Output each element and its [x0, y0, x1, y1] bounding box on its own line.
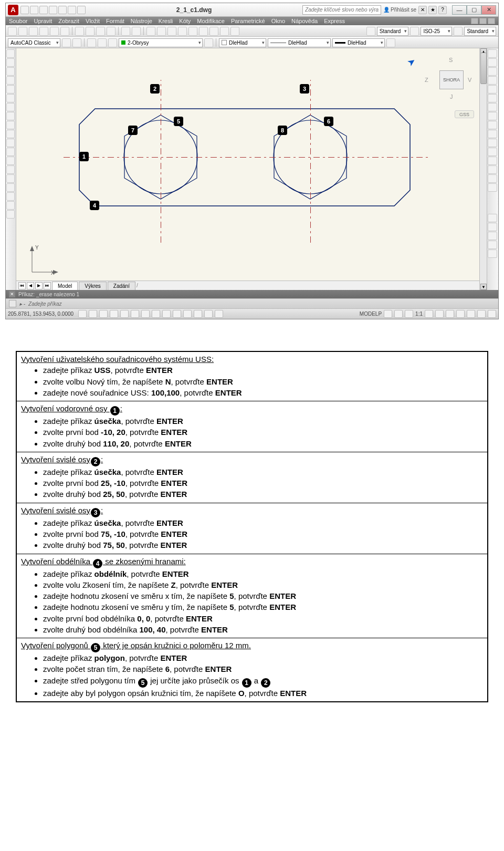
st-qvl-icon[interactable] [405, 310, 413, 318]
tb-tool-icon[interactable] [199, 27, 208, 36]
st-ws-icon[interactable] [446, 310, 454, 318]
exchange-icon[interactable]: ✕ [418, 6, 427, 14]
tb-dc-icon[interactable] [188, 27, 197, 36]
scroll-thumb[interactable] [480, 53, 487, 84]
qat-new-icon[interactable] [20, 6, 29, 14]
tb-print-icon[interactable] [39, 27, 48, 36]
status-model[interactable]: MODELP [360, 311, 382, 317]
block-icon[interactable] [6, 148, 15, 156]
st-osnap-icon[interactable] [131, 310, 139, 318]
extend-icon[interactable] [488, 139, 497, 147]
st-ducs-icon[interactable] [162, 310, 171, 318]
tp-draw-icon[interactable] [488, 223, 497, 231]
tb-dyn-icon[interactable] [386, 38, 395, 47]
mirror-icon[interactable] [488, 67, 497, 76]
st-infer-icon[interactable] [78, 310, 87, 318]
search-input[interactable] [302, 5, 381, 15]
menu-upravit[interactable]: Upravit [34, 18, 52, 24]
tab-next-icon[interactable]: ▶ [35, 282, 43, 289]
mdi-close-icon[interactable] [488, 18, 495, 24]
polyline-icon[interactable] [6, 67, 15, 76]
tb-pan-icon[interactable] [146, 27, 155, 36]
viewcube-face[interactable]: SHORA [439, 70, 464, 89]
line-icon[interactable] [6, 49, 15, 58]
tab-model[interactable]: Model [52, 282, 78, 290]
color-combo[interactable]: DleHlad [219, 38, 266, 47]
gradient-icon[interactable] [6, 174, 15, 183]
qat-save-icon[interactable] [39, 6, 48, 14]
help-icon[interactable]: ? [438, 6, 447, 14]
tb-paste-icon[interactable] [96, 27, 105, 36]
tb-orbit-icon[interactable] [167, 27, 176, 36]
scale-icon[interactable] [488, 112, 497, 120]
tb-markup-icon[interactable] [220, 27, 229, 36]
viewcube-s[interactable]: S [449, 57, 453, 63]
tb-qcalc-icon[interactable] [230, 27, 239, 36]
command-line[interactable]: ▸ - Zadejte příkaz [6, 298, 498, 308]
chamfer-icon[interactable] [488, 165, 497, 174]
tp-inq-icon[interactable] [488, 241, 497, 249]
tb-save-icon[interactable] [29, 27, 38, 36]
table-icon[interactable] [6, 192, 15, 201]
tb-match-icon[interactable] [107, 27, 116, 36]
viewcube-z[interactable]: Z [425, 77, 428, 83]
st-annovis-icon[interactable] [435, 310, 444, 318]
tb-tablestyle-icon[interactable] [454, 27, 463, 36]
menu-kresli[interactable]: Kresli [159, 18, 173, 24]
menu-format[interactable]: Formát [106, 18, 124, 24]
st-qv-icon[interactable] [394, 310, 403, 318]
st-ortho-icon[interactable] [110, 310, 118, 318]
move-icon[interactable] [488, 94, 497, 102]
xline-icon[interactable] [6, 58, 15, 67]
autocad-logo[interactable]: A [8, 5, 18, 15]
signin-button[interactable]: 👤 Přihlásit se [383, 7, 416, 13]
st-grid2-icon[interactable] [384, 310, 392, 318]
st-iso-icon[interactable] [477, 310, 486, 318]
erase-icon[interactable] [488, 49, 497, 58]
scroll-down-icon[interactable]: ▼ [480, 284, 487, 290]
viewcube-j[interactable]: J [450, 94, 453, 100]
st-hw-icon[interactable] [467, 310, 475, 318]
tb-dimstyle-icon[interactable] [410, 27, 419, 36]
menu-napoveda[interactable]: Nápověda [291, 18, 318, 24]
menu-okno[interactable]: Okno [271, 18, 285, 24]
tb-zoom-icon[interactable] [157, 27, 166, 36]
spline-icon[interactable] [6, 121, 15, 129]
gss-label[interactable]: GSS [455, 110, 474, 118]
tab-prev-icon[interactable]: ◀ [27, 282, 34, 289]
explode-icon[interactable] [488, 183, 497, 192]
layer-more-icon[interactable] [204, 38, 213, 47]
tb-redo-icon[interactable] [132, 27, 141, 36]
layer-combo[interactable]: 2-Obrysy [119, 38, 203, 47]
hatch-icon[interactable] [6, 165, 15, 174]
cmd-tool-icon[interactable] [9, 300, 16, 307]
workspace-combo[interactable]: AutoCAD Classic [8, 38, 60, 47]
tab-zadani[interactable]: Zadání [108, 282, 135, 290]
drawing-canvas[interactable]: 1 2 3 4 5 6 7 8 Y X ➤ S [16, 48, 479, 290]
tb-textstyle-icon[interactable] [366, 27, 375, 36]
lineweight-combo[interactable]: DleHlad [332, 38, 385, 47]
ws-settings-icon[interactable] [62, 38, 71, 47]
st-qp-icon[interactable] [204, 310, 213, 318]
st-snap-icon[interactable] [89, 310, 97, 318]
ellipsearc-icon[interactable] [6, 139, 15, 147]
qat-more-icon[interactable] [77, 6, 86, 14]
tab-last-icon[interactable]: ⏭ [44, 282, 51, 289]
tp-mod-icon[interactable] [488, 232, 497, 240]
circle-icon[interactable] [6, 103, 15, 111]
copy-icon[interactable] [488, 58, 497, 67]
st-sc-icon[interactable] [215, 310, 223, 318]
st-clean-icon[interactable] [488, 310, 496, 318]
polygon-icon[interactable] [6, 76, 15, 85]
menu-modifikace[interactable]: Modifikace [197, 18, 225, 24]
tb-preview-icon[interactable] [50, 27, 59, 36]
tb-copy-icon[interactable] [86, 27, 94, 36]
tb-ssm-icon[interactable] [209, 27, 218, 36]
menu-koty[interactable]: Kóty [179, 18, 191, 24]
minimize-button[interactable]: — [452, 5, 467, 15]
st-lwt-icon[interactable] [183, 310, 192, 318]
menu-vlozit[interactable]: Vložit [86, 18, 100, 24]
st-polar-icon[interactable] [120, 310, 129, 318]
stretch-icon[interactable] [488, 121, 497, 129]
tab-first-icon[interactable]: ⏮ [18, 282, 26, 289]
